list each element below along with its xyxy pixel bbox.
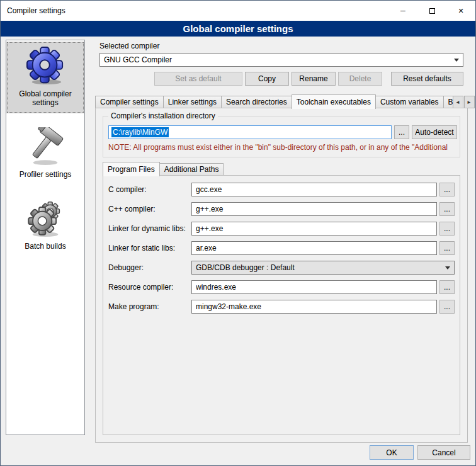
cpp-compiler-browse-button[interactable]: ... xyxy=(439,202,455,216)
tab-additional-paths[interactable]: Additional Paths xyxy=(159,163,224,176)
tab-scroll-buttons: ◄ ► xyxy=(453,96,475,108)
program-files-page: C compiler: ... C++ compiler: ... Linker… xyxy=(103,175,460,435)
dynamic-linker-row: Linker for dynamic libs: ... xyxy=(108,222,455,236)
selected-compiler-label: Selected compiler xyxy=(99,42,159,50)
tab-toolchain-executables[interactable]: Toolchain executables xyxy=(292,94,376,109)
ok-button[interactable]: OK xyxy=(370,445,414,460)
toolchain-executables-page: Compiler's installation directory C:\ray… xyxy=(95,108,468,443)
selected-compiler-value: GNU GCC Compiler xyxy=(104,55,172,64)
sidebar-item-label: Batch builds xyxy=(25,242,65,251)
dynamic-linker-input[interactable] xyxy=(191,222,437,236)
tab-linker-settings[interactable]: Linker settings xyxy=(163,96,222,108)
installation-directory-group-title: Compiler's installation directory xyxy=(108,111,218,120)
static-linker-row: Linker for static libs: ... xyxy=(108,241,455,255)
close-icon: ✕ xyxy=(458,7,463,15)
make-program-label: Make program: xyxy=(108,302,191,311)
main-panel: Selected compiler GNU GCC Compiler Set a… xyxy=(95,40,468,441)
make-program-input[interactable] xyxy=(191,300,437,314)
resource-compiler-label: Resource compiler: xyxy=(108,283,191,292)
rename-button[interactable]: Rename xyxy=(292,72,336,86)
delete-button[interactable]: Delete xyxy=(338,72,382,86)
debugger-label: Debugger: xyxy=(108,263,191,272)
c-compiler-browse-button[interactable]: ... xyxy=(439,183,455,196)
auto-detect-button[interactable]: Auto-detect xyxy=(412,125,457,139)
minimize-icon: ─ xyxy=(400,7,405,14)
static-linker-browse-button[interactable]: ... xyxy=(439,241,455,255)
arrow-left-icon: ◄ xyxy=(455,99,460,105)
compiler-settings-window: Compiler settings ─ ✕ Global compiler se… xyxy=(0,0,476,466)
arrow-right-icon: ► xyxy=(467,99,472,105)
cpp-compiler-input[interactable] xyxy=(191,202,437,216)
dynamic-linker-label: Linker for dynamic libs: xyxy=(108,224,191,233)
make-program-browse-button[interactable]: ... xyxy=(439,300,455,314)
debugger-row: Debugger: GDB/CDB debugger : Default xyxy=(108,261,455,275)
c-compiler-label: C compiler: xyxy=(108,185,191,194)
tab-search-directories[interactable]: Search directories xyxy=(221,96,292,108)
cancel-button[interactable]: Cancel xyxy=(417,445,470,460)
tab-scroll-left-button[interactable]: ◄ xyxy=(453,96,463,108)
maximize-icon xyxy=(429,8,435,14)
settings-tabstrip: Compiler settings Linker settings Search… xyxy=(95,94,468,108)
static-linker-label: Linker for static libs: xyxy=(108,244,191,253)
sidebar-item-label: Profiler settings xyxy=(20,170,72,179)
dialog-header: Global compiler settings xyxy=(1,21,475,37)
blue-gear-icon xyxy=(26,47,65,86)
installation-directory-browse-button[interactable]: ... xyxy=(394,125,409,139)
sidebar-item-batch-builds[interactable]: Batch builds xyxy=(6,194,84,257)
selected-compiler-dropdown[interactable]: GNU GCC Compiler xyxy=(99,53,463,67)
c-compiler-input[interactable] xyxy=(191,183,437,196)
static-linker-input[interactable] xyxy=(191,241,437,255)
tab-compiler-settings[interactable]: Compiler settings xyxy=(95,96,164,108)
tab-scroll-right-button[interactable]: ► xyxy=(464,96,475,108)
sidebar-item-label: Global compiler settings xyxy=(8,89,82,107)
debugger-dropdown[interactable]: GDB/CDB debugger : Default xyxy=(191,261,455,275)
installation-directory-input[interactable]: C:\raylib\MinGW xyxy=(108,125,392,139)
dynamic-linker-browse-button[interactable]: ... xyxy=(439,222,455,236)
chevron-down-icon xyxy=(454,59,459,62)
reset-defaults-button[interactable]: Reset defaults xyxy=(391,72,463,86)
programs-tabstrip: Program Files Additional Paths xyxy=(103,162,460,176)
copy-button[interactable]: Copy xyxy=(245,72,289,86)
category-list: Global compiler settings Profiler settin… xyxy=(6,40,85,435)
spacer xyxy=(385,72,388,86)
tab-build-options[interactable]: Buil xyxy=(443,96,453,108)
debugger-value: GDB/CDB debugger : Default xyxy=(196,263,295,272)
cpp-compiler-label: C++ compiler: xyxy=(108,205,191,213)
tab-custom-variables[interactable]: Custom variables xyxy=(375,96,444,108)
window-title: Compiler settings xyxy=(7,6,65,15)
titlebar: Compiler settings ─ ✕ xyxy=(1,1,475,21)
installation-directory-group: Compiler's installation directory C:\ray… xyxy=(103,116,460,157)
sidebar-item-global-compiler-settings[interactable]: Global compiler settings xyxy=(6,42,84,113)
installation-directory-value: C:\raylib\MinGW xyxy=(111,127,169,137)
c-compiler-row: C compiler: ... xyxy=(108,183,455,196)
tab-program-files[interactable]: Program Files xyxy=(103,162,160,176)
resource-compiler-row: Resource compiler: ... xyxy=(108,280,455,294)
minimize-button[interactable]: ─ xyxy=(388,1,417,21)
close-button[interactable]: ✕ xyxy=(446,1,475,21)
window-controls: ─ ✕ xyxy=(388,1,475,21)
compiler-actions: Set as default Copy Rename Delete Reset … xyxy=(99,72,463,86)
set-as-default-button[interactable]: Set as default xyxy=(154,72,242,86)
profiler-tool-icon xyxy=(26,127,65,166)
maximize-button[interactable] xyxy=(417,1,446,21)
cpp-compiler-row: C++ compiler: ... xyxy=(108,202,455,216)
resource-compiler-browse-button[interactable]: ... xyxy=(439,280,455,294)
make-program-row: Make program: ... xyxy=(108,300,455,314)
chevron-down-icon xyxy=(445,266,450,270)
resource-compiler-input[interactable] xyxy=(191,280,437,294)
note-text: NOTE: All programs must exist either in … xyxy=(108,143,456,152)
sidebar-item-profiler-settings[interactable]: Profiler settings xyxy=(6,122,84,185)
gray-gears-icon xyxy=(26,199,65,238)
